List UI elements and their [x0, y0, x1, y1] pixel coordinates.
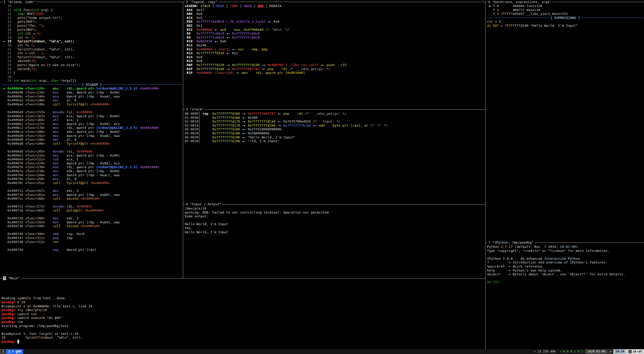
terminal-line [2, 344, 485, 348]
terminal-line: RBX 0x0 [185, 12, 485, 16]
terminal-line: object? -> Details about 'object', use '… [487, 272, 643, 276]
terminal-line: 12 char BUF[128]; [2, 12, 182, 16]
terminal-line: 11 void func(int arg) { [2, 8, 182, 12]
pane-main-gdb[interactable]: Reading symbols from test...done.pwndbg>… [0, 279, 485, 349]
terminal-line: R13 0x7fffffffd320 ◂— 0x1 [185, 51, 485, 55]
terminal-line [2, 292, 485, 297]
terminal-line: /dev/pts/10 [185, 206, 485, 211]
terminal-line: 0x4006a9 <func+153> movabs rsi, 0x40080d [2, 110, 182, 114]
terminal-line: 0x400704 <func+244> mov dword ptr [rbp -… [2, 173, 182, 177]
terminal-line: 0x4006c2 <func+178> mov rdi, qword ptr [… [2, 126, 182, 130]
terminal-line: 02:0010│ 0x7fffffffd170 —▸ 0x7fffffffd1a… [185, 120, 485, 124]
terminal-line: 13 puts("Some output:\n"); [2, 16, 182, 20]
terminal-line: ? -> Introduction and overview of IPytho… [487, 260, 643, 264]
pane-border-vertical-right[interactable] [485, 2, 486, 349]
pane-stack[interactable]: 00:0000│ rsp 0x7fffffffd160 —▸ 0x7ffff7b… [183, 110, 485, 204]
terminal-line [185, 218, 485, 222]
terminal-line: 18 cnt += 5; [2, 36, 182, 40]
terminal-line: 10 [2, 4, 182, 8]
terminal-line: 0x400716 <func+262> mov dword ptr [rbp -… [2, 193, 182, 197]
hostname-label: at-at [633, 349, 642, 354]
terminal-line: R11 0x246 [185, 43, 485, 47]
status-spacer [23, 349, 532, 354]
terminal-line: warning: GDB: Failed to set controlling … [185, 211, 485, 215]
uptime-indicator: ↑ 1d 23h 49m [532, 349, 558, 354]
terminal-line: Reading symbols from test...done. [2, 296, 485, 300]
terminal-line [2, 288, 485, 292]
terminal-line: 22 cnt = cnt - 1; [2, 51, 182, 55]
terminal-line: Thx. [185, 226, 485, 230]
terminal-line [487, 253, 643, 257]
tmux-session-badge: 2 [0, 349, 6, 354]
terminal-line: pwndbg> tty /dev/pts/10 [2, 308, 485, 312]
terminal-line: pwndbg> [2, 340, 485, 344]
terminal-line: Starting program: /tmp/pwndbg/test [2, 324, 485, 328]
pane-number: 6 [488, 0, 490, 4]
terminal-line: pwndbg> b 19 [2, 300, 485, 304]
terminal-line: 0x40072b <func+283> call puts@plt <0x400… [2, 209, 182, 213]
terminal-line: R10 0x602010 ◂— 0x0 [185, 39, 485, 43]
tmux-window-tab[interactable]: 1 > gdb [6, 349, 23, 354]
pane-title-label: "stack" [190, 107, 204, 111]
terminal-line: 23 fprintf(stdout, "%d\n", cnt); [2, 55, 182, 59]
pane-border-vertical-left[interactable] [183, 2, 183, 278]
pane-title-disasm: 1 "disasm, code" [3, 0, 36, 4]
date-display: 2020-03-06 [585, 349, 607, 354]
terminal-line: 0x4006d0 <func+192> mov dword ptr [rbp -… [2, 134, 182, 138]
terminal-line: LEGEND: STACK | HEAP | CODE | DATA | RWX… [185, 4, 485, 8]
terminal-line: RDI 0x1 [185, 24, 485, 28]
pane-ipython[interactable]: Python 2.7.17 (default, Nov 7 2019, 10:0… [486, 243, 644, 349]
terminal-line: 0x4006ca <func+186> mov edx, dword ptr [… [2, 130, 182, 134]
terminal-line: In [1]: [487, 280, 643, 284]
terminal-line: cnt = 5 [487, 20, 643, 24]
terminal-line: pwndbg> cwatch execute "ds BUF" [2, 316, 485, 320]
pane-legend-regs[interactable]: LEGEND: STACK | HEAP | CODE | DATA | RWX… [183, 2, 485, 109]
terminal-line: 28 [2, 75, 182, 79]
terminal-line [2, 281, 485, 285]
terminal-line: 19 fprintf(stdout, "%d\n", cnt); [2, 336, 485, 340]
terminal-line: 05:0028│ 0x7fffffffd188 ◂— 0x50000000e [185, 131, 485, 135]
terminal-line: 26 second(2); [2, 67, 182, 71]
terminal-line: 07:0038│ 0x7fffffffd198 ◂— "rld, I'm Inp… [185, 139, 485, 143]
terminal-line: %quickref -> Quick reference. [487, 264, 643, 269]
terminal-line: Breakpoint 1 at 0x40068e: file test.c, l… [2, 304, 485, 308]
terminal-line: R8 0x7ffff7fcb4c0 ◂— 0x7ffff7fcb4c0 [185, 32, 485, 36]
terminal-line: 15 puts("Thx. "); [2, 24, 182, 28]
terminal-line: 0x400730 <func+288> mov edi, 2 [2, 216, 182, 220]
terminal-line [2, 285, 485, 289]
terminal-line: 0x400711 <func+257> mov edi, 3 [2, 189, 182, 193]
tmux-status-bar: 2 1 > gdb ↑ 1d 23h 49m ◂0.0 0.1 0.1 2020… [0, 349, 644, 354]
terminal-line: 00:0000│ rsp 0x7fffffffd160 —▸ 0x7ffff7b… [185, 112, 485, 116]
pane-border-stack[interactable] [183, 109, 485, 110]
terminal-line: Type "copyright", "credits" or "license"… [487, 249, 643, 253]
terminal-line: pwndbg> cwatch cnt [2, 312, 485, 316]
pane-title-label: "backtrace, expressions, args" [492, 0, 552, 4]
pane-border-io[interactable] [183, 204, 485, 204]
terminal-line: f 1 400772 main+34 [487, 8, 643, 12]
terminal-line: 29 int main(int argc, char *argv[]) [2, 79, 182, 83]
terminal-line: R12 0x4004b0 (_start) ◂— xor ebp, ebp [185, 47, 485, 51]
terminal-line: Python 2.7.17 (default, Nov 7 2019, 10:0… [487, 245, 643, 249]
terminal-line [487, 276, 643, 280]
pane-title-regs: 2 "legend, regs" [185, 0, 218, 4]
pane-backtrace-expressions[interactable]: ► f 0 40068e func+126 f 1 400772 main+34… [486, 2, 644, 242]
terminal-line [2, 212, 182, 216]
terminal-line: ► f 0 40068e func+126 [487, 4, 643, 8]
pane-input-output[interactable]: /dev/pts/10warning: GDB: Failed to set c… [183, 204, 485, 278]
terminal-line: R14 0x0 [185, 55, 485, 59]
pane-disasm-code[interactable]: 10 11 void func(int arg) { 12 char BUF[1… [0, 2, 183, 278]
pane-number: 3 [186, 107, 188, 111]
terminal-line: ds BUF = 7fffffffd190 "Hello World, I'm … [487, 24, 643, 28]
terminal-line: 0x4006fe <func+238> mov edx, dword ptr [… [2, 169, 182, 173]
pane-number: 7 [488, 241, 490, 244]
terminal-line: 0x4006ed <func+221> sub ecx, 1 [2, 157, 182, 161]
terminal-line: IPython 5.8.0 -- An enhanced Interactive… [487, 257, 643, 261]
pane-title-label: "Main" [8, 276, 20, 280]
terminal-line: 0x4006f0 <func+224> mov dword ptr [rbp -… [2, 161, 182, 165]
terminal-line: help -> Python's own help system. [487, 269, 643, 273]
pane-title-main: 5 "Main" [2, 276, 21, 280]
terminal-line: Hello World, I'm Input [185, 222, 485, 226]
terminal-line: 0x400740 <func+304> add rsp, 0xc0 [2, 232, 182, 236]
separator-icon: ◂ [560, 350, 562, 353]
pane-border-main[interactable] [0, 278, 485, 279]
